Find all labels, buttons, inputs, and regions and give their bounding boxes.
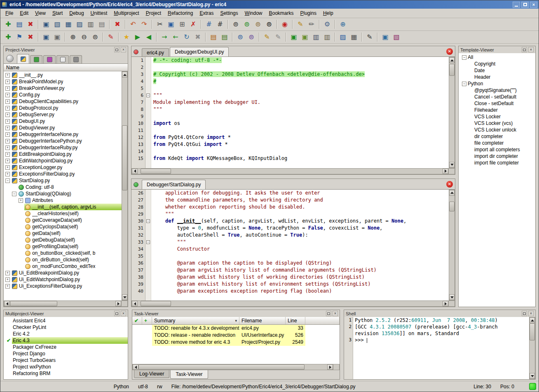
search-button[interactable]: ⊚ xyxy=(230,19,241,30)
expander-icon[interactable]: + xyxy=(5,86,10,91)
bookmark-next-button[interactable]: ⚑ xyxy=(14,32,25,42)
scroll-thumb[interactable] xyxy=(449,202,455,211)
web-browser-button[interactable]: ⊕ xyxy=(337,19,348,30)
scroll-thumb[interactable] xyxy=(10,301,57,306)
close-all-button[interactable]: ✖ xyxy=(112,19,123,30)
goto-line-button[interactable]: # xyxy=(204,19,214,30)
scroll-thumb[interactable] xyxy=(141,301,171,306)
open-file-button[interactable]: ▤ xyxy=(14,19,25,30)
horizontal-scrollbar[interactable] xyxy=(132,364,333,370)
paste-selection-button[interactable]: ▣ xyxy=(52,32,63,42)
completed-column-header[interactable]: ✔ xyxy=(132,317,142,324)
find-in-files-button[interactable]: ⊚ xyxy=(246,32,257,42)
close-button[interactable]: × xyxy=(530,2,537,8)
menu-window[interactable]: Window xyxy=(241,9,266,17)
menu-file[interactable]: File xyxy=(2,9,16,17)
tree-item[interactable]: +BreakPointViewer.py xyxy=(4,85,122,92)
vertical-scrollbar[interactable] xyxy=(449,190,455,301)
undo-button[interactable]: ↶ xyxy=(128,19,138,30)
menu-extras[interactable]: Extras xyxy=(196,9,217,17)
editor-tab[interactable]: eric4.py xyxy=(142,48,169,56)
tree-item[interactable]: +DebugClientCapabilities.py xyxy=(4,98,122,105)
editor-config-button[interactable]: ✎ xyxy=(262,32,272,42)
expander-icon[interactable]: + xyxy=(5,159,10,163)
tree-item[interactable]: +BreakPointModel.py xyxy=(4,78,122,85)
tree-item[interactable]: −StartDialog.py xyxy=(4,177,122,184)
tree-item[interactable]: Copyright xyxy=(460,61,535,67)
copy-button[interactable]: ▣ xyxy=(166,19,176,30)
project-list-item[interactable]: Project wxPython xyxy=(4,364,128,370)
project-list-item[interactable]: Assistant Eric4 xyxy=(4,317,128,324)
float-panel-button[interactable] xyxy=(326,311,331,316)
editor-plain-button[interactable]: ✎ xyxy=(273,32,284,42)
scroll-button[interactable] xyxy=(133,364,138,370)
title-bar[interactable]: eric4 - /home/detlev/Development/Python/… xyxy=(0,0,539,9)
menu-edit[interactable]: Edit xyxy=(16,9,32,17)
scroll-track[interactable] xyxy=(122,77,127,294)
column-header-filename[interactable]: Filename xyxy=(239,317,286,324)
save-copy-button[interactable]: ▨ xyxy=(74,19,85,30)
open-recent-button[interactable]: ▤ xyxy=(208,32,219,42)
tab-task-viewer[interactable]: Task-Viewer xyxy=(170,370,208,379)
project-list-item[interactable]: Refactoring BRM xyxy=(4,370,128,377)
task-row[interactable]: TODO: release - reenable redirectionUI/U… xyxy=(132,332,340,339)
tree-item[interactable]: −All xyxy=(460,54,535,61)
tree-item[interactable]: Date xyxy=(460,67,535,74)
redo-button[interactable]: ↷ xyxy=(139,19,150,30)
search-next-button[interactable]: ⊚ xyxy=(241,19,252,30)
tree-item[interactable]: VCS Locker xyxy=(460,113,535,120)
scroll-track[interactable] xyxy=(530,323,535,373)
tree-item[interactable]: on_buttonBox_clicked(self, b xyxy=(4,250,122,256)
paste-button[interactable]: ⊞ xyxy=(177,19,187,30)
smart-indent-button[interactable]: ✏ xyxy=(306,19,317,30)
close-panel-button[interactable]: × xyxy=(528,47,534,52)
menu-plugins[interactable]: Plugins xyxy=(297,9,320,17)
expander-icon[interactable]: + xyxy=(5,172,10,176)
menu-refactoring[interactable]: Refactoring xyxy=(164,9,196,17)
vertical-scrollbar[interactable] xyxy=(529,317,535,379)
tree-item[interactable]: getCoverageData(self) xyxy=(4,217,122,223)
expander-icon[interactable]: + xyxy=(5,277,10,282)
editor-tab[interactable]: Debugger/StartDialog.py xyxy=(142,180,206,189)
tree-item[interactable]: +ExceptionsFilterDialog.py xyxy=(4,171,122,177)
expander-icon[interactable]: + xyxy=(5,146,10,150)
view-tab-interfaces[interactable] xyxy=(56,55,69,63)
project-list-item[interactable]: Project Django xyxy=(4,350,128,357)
chart-button[interactable]: ▧ xyxy=(391,32,402,42)
expander-icon[interactable]: + xyxy=(5,119,10,124)
menu-settings[interactable]: Settings xyxy=(217,9,241,17)
expander-icon[interactable]: + xyxy=(19,198,23,203)
tree-item[interactable]: +DebugServer.py xyxy=(4,111,122,118)
view-log-button[interactable]: ▥ xyxy=(322,32,333,42)
priority-column-header[interactable]: + xyxy=(142,317,152,324)
menu-start[interactable]: Start xyxy=(49,9,66,17)
search-prev-button[interactable]: ⊚ xyxy=(253,19,263,30)
backward-button[interactable]: ← xyxy=(170,32,181,42)
expander-icon[interactable]: + xyxy=(5,271,10,275)
scroll-thumb[interactable] xyxy=(141,169,171,174)
tree-item[interactable]: import all completers xyxy=(460,146,535,153)
find-file-button[interactable]: ⊚ xyxy=(235,32,246,42)
close-window-button[interactable]: ✖ xyxy=(25,19,36,30)
bookmark-clear-button[interactable]: ✖ xyxy=(25,32,36,42)
cut-button[interactable]: ✂ xyxy=(155,19,165,30)
maximize-button[interactable] xyxy=(521,2,529,8)
highlight-button[interactable]: ✎ xyxy=(105,32,116,42)
expander-icon[interactable]: + xyxy=(5,80,10,84)
horizontal-scrollbar[interactable] xyxy=(131,168,449,174)
vertical-scrollbar[interactable] xyxy=(449,57,455,168)
tree-item[interactable]: −StartDialog(QDialog) xyxy=(4,190,122,197)
goto-last-edit-button[interactable]: ✎ xyxy=(295,19,306,30)
scroll-thumb[interactable] xyxy=(449,64,455,76)
scroll-button[interactable] xyxy=(449,190,455,196)
new-file-button[interactable]: ✚ xyxy=(3,19,14,30)
view-left-pane-button[interactable]: ▣ xyxy=(288,32,299,42)
scroll-thumb[interactable] xyxy=(138,364,305,370)
tree-item[interactable]: @pyqtSignature("") xyxy=(460,87,535,94)
tree-item[interactable]: +__init__.py xyxy=(4,72,122,78)
project-list-item[interactable]: Project TurboGears xyxy=(4,357,128,364)
tree-item[interactable]: Header xyxy=(460,74,535,80)
scroll-track[interactable] xyxy=(138,364,327,370)
tree-item[interactable]: dir completer xyxy=(460,133,535,140)
project-list-item[interactable]: Packager CxFreeze xyxy=(4,344,128,350)
